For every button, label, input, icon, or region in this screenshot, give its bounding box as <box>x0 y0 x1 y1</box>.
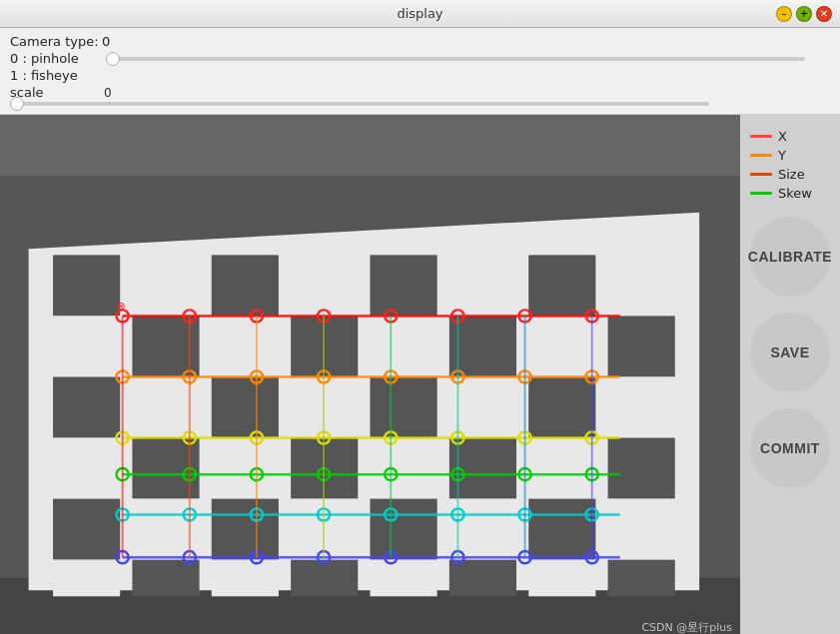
camera-type-row: Camera type: 0 <box>10 34 830 49</box>
camera-view: ⊗ <box>0 115 740 634</box>
svg-rect-6 <box>212 255 279 316</box>
svg-rect-47 <box>291 560 358 597</box>
watermark: CSDN @昱行plus <box>641 620 732 634</box>
svg-rect-38 <box>212 499 279 560</box>
svg-rect-25 <box>449 377 516 438</box>
calibrate-button[interactable]: CALIBRATE <box>750 217 830 297</box>
svg-rect-14 <box>212 316 279 376</box>
svg-rect-18 <box>528 316 595 376</box>
svg-rect-22 <box>212 377 279 438</box>
svg-rect-36 <box>53 499 120 560</box>
svg-rect-27 <box>608 377 675 438</box>
svg-rect-46 <box>212 560 279 597</box>
scale-slider[interactable] <box>10 102 709 106</box>
legend-skew-line <box>750 192 772 195</box>
save-button[interactable]: SAVE <box>750 313 830 392</box>
svg-rect-1 <box>0 115 740 176</box>
svg-rect-20 <box>53 377 120 438</box>
svg-rect-43 <box>608 499 675 560</box>
legend-x-label: X <box>778 129 787 144</box>
svg-rect-17 <box>449 316 516 376</box>
calibration-overlay: ⊗ <box>0 115 740 634</box>
svg-rect-51 <box>608 560 675 597</box>
svg-rect-7 <box>291 255 358 316</box>
legend-y: Y <box>750 148 830 163</box>
svg-rect-45 <box>132 560 199 597</box>
option-1-label: 1 : fisheye <box>10 68 100 83</box>
svg-rect-35 <box>608 438 675 499</box>
legend-y-label: Y <box>778 148 786 163</box>
svg-rect-44 <box>53 560 120 597</box>
svg-rect-11 <box>608 255 675 316</box>
svg-rect-4 <box>53 255 120 316</box>
svg-rect-30 <box>212 438 279 499</box>
svg-rect-9 <box>449 255 516 316</box>
main-area: ⊗ <box>0 115 840 634</box>
svg-rect-49 <box>449 560 516 597</box>
svg-rect-5 <box>132 255 199 316</box>
maximize-button[interactable]: + <box>796 6 812 22</box>
svg-marker-3 <box>29 213 700 590</box>
svg-text:⊗: ⊗ <box>117 300 126 313</box>
svg-rect-16 <box>371 316 437 376</box>
svg-rect-48 <box>371 560 437 597</box>
camera-type-slider[interactable] <box>106 57 805 61</box>
svg-rect-19 <box>608 316 675 376</box>
svg-rect-34 <box>528 438 595 499</box>
legend-section: X Y Size Skew <box>740 125 840 209</box>
option-1-row: 1 : fisheye <box>10 68 830 83</box>
camera-type-label: Camera type: <box>10 34 100 49</box>
svg-rect-42 <box>528 499 595 560</box>
svg-rect-32 <box>371 438 437 499</box>
scale-slider-row <box>10 102 830 106</box>
svg-rect-28 <box>53 438 120 499</box>
legend-skew-label: Skew <box>778 186 812 201</box>
legend-skew: Skew <box>750 186 830 201</box>
option-0-label: 0 : pinhole <box>10 51 100 66</box>
legend-y-line <box>750 154 772 157</box>
camera-type-value: 0 <box>102 34 110 49</box>
camera-type-slider-row: 0 : pinhole <box>10 51 830 66</box>
legend-size-line <box>750 173 772 176</box>
minimize-button[interactable]: – <box>776 6 792 22</box>
svg-rect-40 <box>371 499 437 560</box>
svg-rect-26 <box>528 377 595 438</box>
legend-x: X <box>750 129 830 144</box>
svg-rect-24 <box>371 377 437 438</box>
window-title: display <box>397 6 442 21</box>
commit-button[interactable]: COMMIT <box>750 408 830 488</box>
window-controls: – + ✕ <box>776 6 832 22</box>
right-panel: X Y Size Skew CALIBRATE SAVE COMMIT <box>740 115 840 634</box>
legend-x-line <box>750 135 772 138</box>
close-button[interactable]: ✕ <box>816 6 832 22</box>
svg-rect-8 <box>371 255 437 316</box>
controls-panel: Camera type: 0 0 : pinhole 1 : fisheye s… <box>0 28 840 115</box>
svg-rect-12 <box>53 316 120 376</box>
legend-size: Size <box>750 167 830 182</box>
legend-size-label: Size <box>778 167 805 182</box>
titlebar: display – + ✕ <box>0 0 840 28</box>
svg-rect-50 <box>528 560 595 597</box>
svg-rect-10 <box>528 255 595 316</box>
